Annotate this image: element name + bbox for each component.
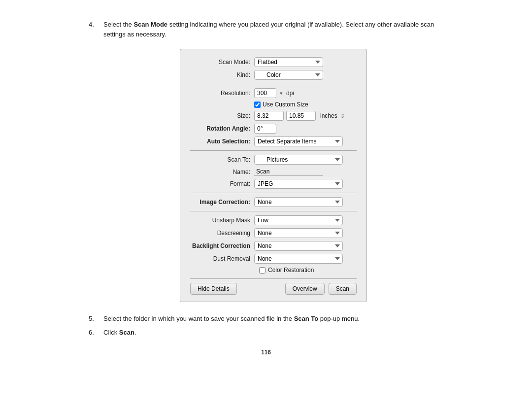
separator4 xyxy=(190,211,357,211)
use-custom-size-label: Use Custom Size xyxy=(263,101,308,108)
unsharp-mask-row: Unsharp Mask Low xyxy=(190,215,357,225)
scan-to-label: Scan To: xyxy=(190,156,254,163)
kind-select[interactable]: Color xyxy=(254,70,323,80)
inches-label: inches xyxy=(320,112,337,119)
unsharp-mask-select[interactable]: Low xyxy=(254,215,343,225)
scan-mode-control[interactable]: Flatbed xyxy=(254,57,357,67)
name-control[interactable] xyxy=(254,168,357,176)
step5-text: Select the folder in which you want to s… xyxy=(103,314,360,324)
hide-details-button[interactable]: Hide Details xyxy=(190,283,237,295)
format-row: Format: JPEG xyxy=(190,179,357,189)
backlight-correction-select[interactable]: None xyxy=(254,241,343,251)
dpi-label: dpi xyxy=(286,90,294,97)
name-label: Name: xyxy=(190,169,254,175)
unsharp-mask-label: Unsharp Mask xyxy=(190,217,254,224)
separator3 xyxy=(190,193,357,193)
scan-mode-row: Scan Mode: Flatbed xyxy=(190,57,357,67)
color-restoration-label: Color Restoration xyxy=(268,267,314,274)
rotation-control[interactable] xyxy=(254,124,357,134)
scan-to-bold: Scan To xyxy=(294,315,319,322)
step4-number: 4. xyxy=(89,20,103,39)
dust-removal-control[interactable]: None xyxy=(254,254,357,264)
size-row: Size: inches ⇕ xyxy=(190,111,357,121)
panel-buttons: Hide Details Overview Scan xyxy=(190,278,357,295)
descreening-control[interactable]: None xyxy=(254,228,357,238)
page-number: 116 xyxy=(89,349,443,356)
step5-number: 5. xyxy=(89,314,103,324)
step6-text: Click Scan. xyxy=(103,328,136,338)
rotation-input[interactable] xyxy=(254,124,276,134)
scan-to-select[interactable]: Pictures xyxy=(254,155,343,165)
step4-text: Select the Scan Mode setting indicating … xyxy=(103,20,443,39)
scan-button[interactable]: Scan xyxy=(329,283,357,295)
scan-bold: Scan xyxy=(119,329,134,336)
auto-selection-label: Auto Selection: xyxy=(190,138,254,145)
rotation-row: Rotation Angle: xyxy=(190,124,357,134)
image-correction-control[interactable]: None xyxy=(254,197,357,207)
page: 4. Select the Scan Mode setting indicati… xyxy=(0,0,532,411)
auto-selection-select[interactable]: Detect Separate Items xyxy=(254,137,343,146)
scan-panel: Scan Mode: Flatbed Kind: Color xyxy=(180,49,367,302)
kind-label: Kind: xyxy=(190,71,254,78)
inches-arrow: ⇕ xyxy=(340,113,345,119)
use-custom-size-row: Use Custom Size xyxy=(254,101,357,108)
format-select[interactable]: JPEG xyxy=(254,179,343,189)
scan-to-control[interactable]: Pictures xyxy=(254,155,357,165)
format-control[interactable]: JPEG xyxy=(254,179,357,189)
dust-removal-row: Dust Removal None xyxy=(190,254,357,264)
kind-control[interactable]: Color xyxy=(254,70,357,80)
separator2 xyxy=(190,150,357,151)
kind-row: Kind: Color xyxy=(190,70,357,80)
resolution-arrow: ▾ xyxy=(280,90,283,97)
name-row: Name: xyxy=(190,168,357,176)
size-control: inches ⇕ xyxy=(254,111,357,121)
size-label: Size: xyxy=(190,112,254,119)
resolution-control: ▾ dpi xyxy=(254,88,357,98)
separator1 xyxy=(190,84,357,84)
resolution-row: Resolution: ▾ dpi xyxy=(190,88,357,98)
step6-item: 6. Click Scan. xyxy=(89,328,443,338)
scan-to-row: Scan To: Pictures xyxy=(190,155,357,165)
resolution-input[interactable] xyxy=(254,88,276,98)
size-width-input[interactable] xyxy=(254,111,284,121)
descreening-label: Descreening xyxy=(190,230,254,237)
name-input[interactable] xyxy=(254,168,323,176)
backlight-correction-row: Backlight Correction None xyxy=(190,241,357,251)
dust-removal-label: Dust Removal xyxy=(190,255,254,262)
auto-selection-row: Auto Selection: Detect Separate Items xyxy=(190,137,357,146)
backlight-correction-control[interactable]: None xyxy=(254,241,357,251)
scan-mode-select[interactable]: Flatbed xyxy=(254,57,323,67)
image-correction-row: Image Correction: None xyxy=(190,197,357,207)
format-label: Format: xyxy=(190,180,254,187)
scan-mode-label: Scan Mode: xyxy=(190,59,254,66)
use-custom-size-checkbox[interactable] xyxy=(254,102,261,108)
step6-number: 6. xyxy=(89,328,103,338)
auto-selection-control[interactable]: Detect Separate Items xyxy=(254,137,357,146)
overview-button[interactable]: Overview xyxy=(285,283,325,295)
button-group: Overview Scan xyxy=(285,283,357,295)
step5-item: 5. Select the folder in which you want t… xyxy=(89,314,443,324)
unsharp-mask-control[interactable]: Low xyxy=(254,215,357,225)
descreening-row: Descreening None xyxy=(190,228,357,238)
panel-container: Scan Mode: Flatbed Kind: Color xyxy=(103,49,443,302)
resolution-label: Resolution: xyxy=(190,90,254,97)
color-restoration-row: Color Restoration xyxy=(259,267,357,274)
descreening-select[interactable]: None xyxy=(254,228,343,238)
image-correction-select[interactable]: None xyxy=(254,197,343,207)
color-restoration-checkbox[interactable] xyxy=(259,267,266,274)
size-height-input[interactable] xyxy=(286,111,316,121)
backlight-correction-label: Backlight Correction xyxy=(190,242,254,249)
image-correction-label: Image Correction: xyxy=(190,199,254,206)
rotation-label: Rotation Angle: xyxy=(190,125,254,132)
step4-item: 4. Select the Scan Mode setting indicati… xyxy=(89,20,443,39)
dust-removal-select[interactable]: None xyxy=(254,254,343,264)
